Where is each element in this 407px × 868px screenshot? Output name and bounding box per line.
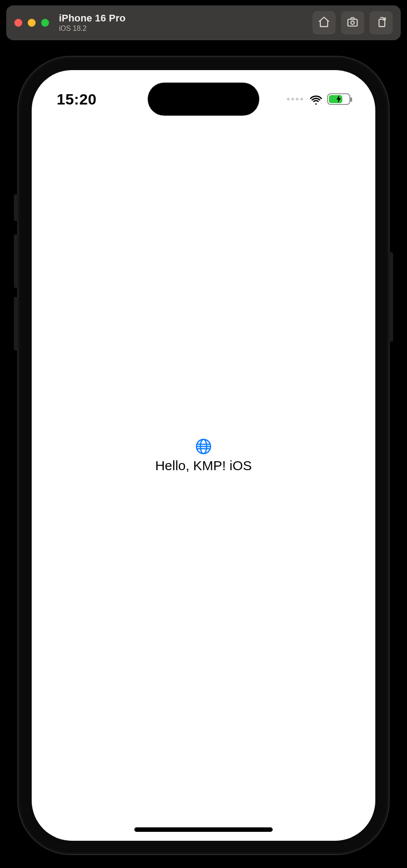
globe-icon bbox=[195, 438, 212, 455]
simulator-title-bar: iPhone 16 Pro iOS 18.2 bbox=[6, 5, 401, 40]
zoom-window-button[interactable] bbox=[41, 19, 49, 27]
device-screen[interactable]: 15:20 bbox=[32, 70, 375, 841]
device-side-button bbox=[389, 252, 393, 342]
window-traffic-lights bbox=[14, 19, 49, 27]
simulator-title-group: iPhone 16 Pro iOS 18.2 bbox=[59, 13, 125, 33]
close-window-button[interactable] bbox=[14, 19, 22, 27]
simulator-action-buttons bbox=[312, 11, 393, 34]
device-bezel: 15:20 bbox=[20, 58, 387, 852]
camera-icon bbox=[346, 16, 359, 30]
simulator-stage: 15:20 bbox=[0, 45, 407, 868]
device-volume-up bbox=[14, 234, 18, 288]
simulator-screenshot-button[interactable] bbox=[341, 11, 364, 34]
home-indicator[interactable] bbox=[134, 827, 273, 832]
device-chassis: 15:20 bbox=[17, 56, 390, 855]
greeting-label: Hello, KMP! iOS bbox=[155, 458, 252, 473]
home-icon bbox=[318, 16, 330, 30]
simulator-home-button[interactable] bbox=[312, 11, 336, 34]
app-content: Hello, KMP! iOS bbox=[32, 70, 375, 841]
simulator-device-name: iPhone 16 Pro bbox=[59, 13, 125, 24]
device-silent-switch bbox=[14, 194, 18, 221]
svg-rect-2 bbox=[379, 19, 385, 26]
svg-point-1 bbox=[351, 21, 354, 24]
svg-rect-0 bbox=[348, 19, 357, 26]
simulator-rotate-button[interactable] bbox=[370, 11, 393, 34]
minimize-window-button[interactable] bbox=[28, 19, 36, 27]
simulator-os-version: iOS 18.2 bbox=[59, 25, 125, 33]
rotate-device-icon bbox=[375, 16, 387, 30]
device-volume-down bbox=[14, 297, 18, 351]
